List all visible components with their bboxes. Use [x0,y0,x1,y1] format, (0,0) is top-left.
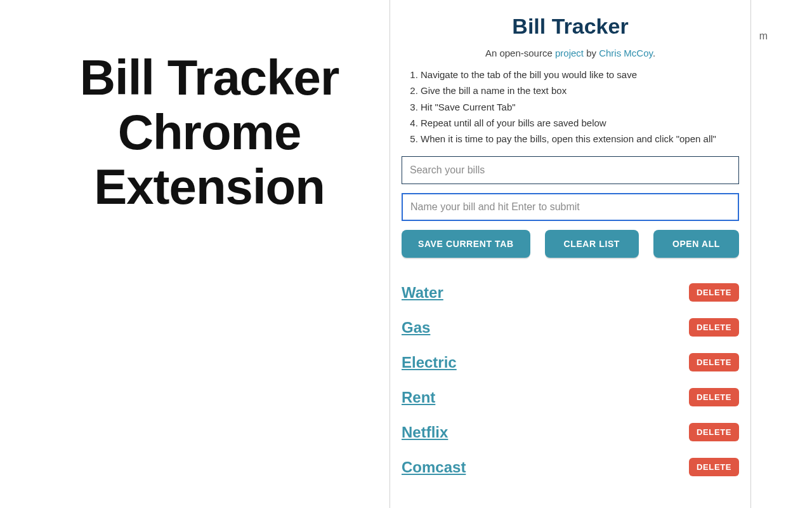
subtitle-suffix: . [653,48,655,58]
delete-button[interactable]: DELETE [689,353,739,371]
list-item: Comcast DELETE [402,454,739,480]
delete-button[interactable]: DELETE [689,388,739,406]
instructions-list: Navigate to the tab of the bill you woul… [402,67,739,146]
subtitle: An open-source project by Chris McCoy. [402,48,739,58]
instruction-item: Navigate to the tab of the bill you woul… [421,67,735,82]
delete-button[interactable]: DELETE [689,423,739,441]
author-link[interactable]: Chris McCoy [599,48,653,58]
instruction-item: When it is time to pay the bills, open t… [421,131,735,146]
save-current-tab-button[interactable]: SAVE CURRENT TAB [402,230,530,258]
clear-list-button[interactable]: CLEAR LIST [545,230,639,258]
promo-line-2: Chrome [44,105,374,160]
delete-button[interactable]: DELETE [689,318,739,337]
name-bill-input[interactable] [402,193,739,221]
extension-popup: Bill Tracker An open-source project by C… [390,0,751,508]
instruction-item: Hit "Save Current Tab" [421,100,735,114]
list-item: Netflix DELETE [402,419,739,445]
promo-line-3: Extension [44,160,374,215]
page-title: Bill Tracker [402,14,739,39]
extension-popup-scroll[interactable]: Bill Tracker An open-source project by C… [402,5,743,508]
instruction-item: Repeat until all of your bills are saved… [421,116,735,130]
action-button-row: SAVE CURRENT TAB CLEAR LIST OPEN ALL [402,230,739,258]
project-link[interactable]: project [555,48,584,58]
list-item: Electric DELETE [402,349,739,375]
bill-name-link[interactable]: Netflix [402,424,448,441]
list-item: Rent DELETE [402,384,739,410]
subtitle-middle: by [584,48,599,58]
list-item: Gas DELETE [402,314,739,340]
bill-list: Water DELETE Gas DELETE Electric DELETE … [402,279,739,489]
bill-name-link[interactable]: Comcast [402,458,466,476]
delete-button[interactable]: DELETE [689,458,739,476]
instruction-item: Give the bill a name in the text box [421,83,735,98]
subtitle-prefix: An open-source [485,48,555,58]
open-all-button[interactable]: OPEN ALL [653,230,739,258]
delete-button[interactable]: DELETE [689,283,739,302]
bill-name-link[interactable]: Electric [402,354,457,371]
bill-name-link[interactable]: Gas [402,319,430,337]
search-input[interactable] [402,156,739,184]
background-stray-letter: m [759,30,768,42]
promo-line-1: Bill Tracker [44,51,374,105]
list-item: Water DELETE [402,279,739,305]
bill-name-link[interactable]: Water [402,284,443,302]
bill-name-link[interactable]: Rent [402,389,435,406]
promo-title: Bill Tracker Chrome Extension [44,51,374,214]
